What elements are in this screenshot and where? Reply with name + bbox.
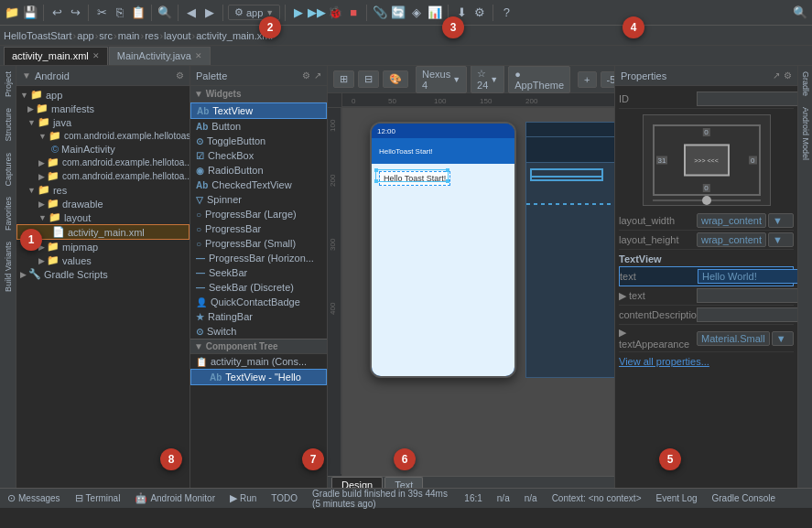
text2-input[interactable]: [697, 288, 797, 303]
tree-item-mipmap[interactable]: ▶ 📁 mipmap: [16, 240, 189, 253]
settings-icon[interactable]: ⚙: [471, 5, 488, 21]
palette-item-button[interactable]: Ab Button: [190, 119, 327, 134]
tree-item-res[interactable]: ▼ 📁 res: [16, 183, 189, 197]
layout-width-select[interactable]: wrap_content ▼: [697, 213, 794, 228]
palette-item-checkedtextview[interactable]: Ab CheckedTextView: [190, 178, 327, 192]
palette-item-checkbox[interactable]: ☑ CheckBox: [190, 148, 327, 163]
tab-close-activity-main[interactable]: ✕: [92, 51, 100, 60]
canvas-theme-selector[interactable]: ● AppTheme: [508, 66, 570, 93]
paste-icon[interactable]: 📋: [130, 5, 146, 21]
text-input[interactable]: [698, 269, 797, 284]
search-right-icon[interactable]: 🔍: [792, 5, 808, 21]
props-expand-icon[interactable]: ↗: [773, 70, 780, 81]
back-icon[interactable]: ◀: [183, 5, 200, 21]
status-android-monitor[interactable]: 🤖 Android Monitor: [135, 492, 215, 504]
tab-main-activity[interactable]: MainActivity.java ✕: [109, 47, 211, 65]
layout-height-select[interactable]: wrap_content ▼: [697, 232, 794, 247]
text-appearance-select[interactable]: Material.Small ▼: [697, 331, 794, 346]
props-gear-icon[interactable]: ⚙: [784, 70, 792, 81]
build-icon[interactable]: ▶: [290, 5, 307, 21]
tree-item-gradle[interactable]: ▶ 🔧 Gradle Scripts: [16, 267, 189, 281]
tree-item-app[interactable]: ▼ 📁 app: [16, 88, 189, 102]
palette-settings-icon[interactable]: ⚙: [302, 70, 310, 81]
canvas-view-toggle[interactable]: ⊞: [333, 70, 354, 88]
tab-design[interactable]: Design: [331, 477, 383, 488]
tree-item-java[interactable]: ▼ 📁 java: [16, 115, 189, 129]
gradle-side-label[interactable]: Gradle: [799, 66, 812, 102]
run-icon[interactable]: ▶▶: [309, 5, 325, 21]
palette-expand-icon[interactable]: ↗: [314, 70, 321, 81]
structure-side-label[interactable]: Structure: [2, 102, 15, 147]
view-all-link[interactable]: View all properties...: [619, 352, 794, 371]
save-icon[interactable]: 💾: [22, 5, 38, 21]
profile-icon[interactable]: 📊: [427, 5, 443, 21]
sync-icon[interactable]: 🔄: [390, 5, 406, 21]
palette-item-spinner[interactable]: ▽ Spinner: [190, 192, 327, 207]
palette-item-progressbar[interactable]: ○ ProgressBar: [190, 221, 327, 236]
build-variants-side-label[interactable]: Build Variants: [2, 236, 15, 297]
attach-icon[interactable]: 📎: [372, 5, 388, 21]
palette-item-ratingbar[interactable]: ★ RatingBar: [190, 309, 327, 324]
id-input[interactable]: [697, 92, 797, 106]
tree-item-pkg2[interactable]: ▶ 📁 com.android.example.hellotoa...: [16, 156, 189, 169]
status-run[interactable]: ▶ Run: [230, 492, 256, 504]
tab-text[interactable]: Text: [384, 477, 423, 488]
hello-toast-text[interactable]: Hello Toast Start!: [379, 171, 450, 186]
redo-icon[interactable]: ↪: [67, 5, 83, 21]
tree-item-pkg1[interactable]: ▼ 📁 com.android.example.hellotoast: [16, 129, 189, 143]
tree-item-main-activity[interactable]: © MainActivity: [16, 143, 189, 156]
palette-item-progressbar-horiz[interactable]: — ProgressBar (Horizon...: [190, 251, 327, 265]
tree-item-manifests[interactable]: ▶ 📁 manifests: [16, 102, 189, 115]
content-desc-input[interactable]: [697, 307, 797, 322]
folder-icon[interactable]: 📁: [4, 5, 20, 21]
breadcrumb-layout[interactable]: layout: [164, 30, 190, 41]
search-icon[interactable]: 🔍: [157, 5, 173, 21]
breadcrumb-app[interactable]: app: [77, 30, 93, 41]
project-gear-icon[interactable]: ⚙: [176, 70, 184, 81]
palette-item-progressbar-small[interactable]: ○ ProgressBar (Small): [190, 236, 327, 251]
status-event-log[interactable]: Event Log: [655, 493, 697, 503]
android-model-side-label[interactable]: Android Model: [799, 102, 812, 166]
constraint-slider-thumb[interactable]: [702, 196, 711, 205]
stop-icon[interactable]: ■: [345, 5, 362, 21]
canvas-device-selector[interactable]: Nexus 4 ▼: [416, 66, 467, 93]
tree-item-layout[interactable]: ▼ 📁 layout: [16, 210, 189, 224]
tree-item-values[interactable]: ▶ 📁 values: [16, 253, 189, 267]
tree-item-activity-main-xml[interactable]: 📄 activity_main.xml: [16, 224, 189, 240]
palette-item-switch[interactable]: ⊙ Switch: [190, 324, 327, 339]
breadcrumb-src[interactable]: src: [99, 30, 113, 41]
component-textview[interactable]: Ab TextView - "Hello: [190, 369, 327, 385]
constraint-slider[interactable]: [653, 198, 761, 203]
captures-side-label[interactable]: Captures: [2, 147, 15, 192]
canvas-design-mode[interactable]: 🎨: [383, 70, 408, 88]
status-gradle-console[interactable]: Gradle Console: [712, 493, 775, 503]
canvas-zoom-percent[interactable]: -5%: [601, 71, 614, 88]
status-terminal[interactable]: ⊟ Terminal: [75, 492, 121, 504]
cut-icon[interactable]: ✂: [93, 5, 110, 21]
palette-item-seekbar-discrete[interactable]: — SeekBar (Discrete): [190, 280, 327, 295]
component-activity-main[interactable]: 📋 activity_main (Cons...: [190, 354, 327, 369]
coverage-icon[interactable]: ◈: [408, 5, 425, 21]
status-messages[interactable]: ⊙ Messages: [7, 492, 60, 504]
favorites-side-label[interactable]: Favorites: [2, 191, 15, 236]
palette-item-textview[interactable]: Ab TextView: [190, 102, 327, 119]
palette-item-radiobutton[interactable]: ◉ RadioButton: [190, 163, 327, 178]
tree-item-drawable[interactable]: ▶ 📁 drawable: [16, 197, 189, 210]
palette-item-seekbar[interactable]: — SeekBar: [190, 265, 327, 280]
canvas-zoom-in[interactable]: +: [578, 71, 596, 88]
tab-activity-main[interactable]: activity_main.xml ✕: [4, 47, 108, 65]
undo-icon[interactable]: ↩: [49, 5, 65, 21]
canvas-blueprint-toggle[interactable]: ⊟: [358, 70, 379, 88]
debug-icon[interactable]: 🐞: [327, 5, 343, 21]
palette-item-togglebutton[interactable]: ⊙ ToggleButton: [190, 134, 327, 148]
project-side-label[interactable]: Project: [2, 66, 15, 102]
breadcrumb-main[interactable]: main: [118, 30, 140, 41]
palette-item-quickcontact[interactable]: 👤 QuickContactBadge: [190, 295, 327, 309]
layout-width-arrow[interactable]: ▼: [768, 213, 794, 228]
text-appearance-arrow[interactable]: ▼: [772, 331, 794, 346]
status-todo[interactable]: TODO: [271, 493, 298, 503]
canvas-api-selector[interactable]: ☆ 24 ▼: [471, 66, 504, 93]
palette-item-progressbar-large[interactable]: ○ ProgressBar (Large): [190, 207, 327, 221]
copy-icon[interactable]: ⎘: [112, 5, 128, 21]
breadcrumb-res[interactable]: res: [145, 30, 158, 41]
